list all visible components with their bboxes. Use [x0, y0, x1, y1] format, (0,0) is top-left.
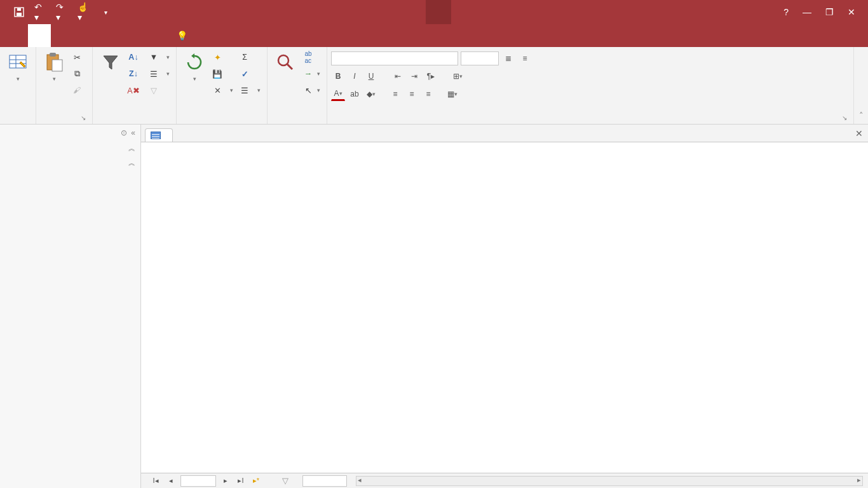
- toggle-filter-button[interactable]: ▽: [146, 83, 172, 98]
- tab-create[interactable]: [51, 24, 74, 47]
- help-icon[interactable]: ?: [783, 7, 789, 17]
- tab-table[interactable]: [142, 24, 165, 47]
- cut-icon: ✂: [72, 52, 82, 62]
- next-record-icon[interactable]: ▸: [220, 477, 231, 485]
- touch-mode-icon[interactable]: ☝ ▾: [78, 6, 90, 18]
- delete-icon: ✕: [212, 85, 222, 95]
- group-clipboard-label: ↘: [40, 120, 88, 124]
- tab-home[interactable]: [28, 24, 51, 47]
- delete-button[interactable]: ✕: [210, 83, 236, 98]
- alt-row-color-icon[interactable]: ▦: [445, 87, 459, 101]
- italic-button[interactable]: I: [348, 69, 362, 83]
- record-position-input[interactable]: [180, 475, 216, 487]
- undo-icon[interactable]: ↶ ▾: [34, 6, 47, 18]
- new-icon: ✦: [212, 52, 222, 62]
- spelling-icon: ✓: [240, 69, 250, 79]
- align-center-icon[interactable]: ≡: [405, 87, 419, 101]
- datasheet-grid[interactable]: [141, 142, 868, 473]
- toggle-filter-icon: ▽: [149, 85, 159, 95]
- numbering-icon[interactable]: ≡: [518, 51, 532, 65]
- redo-icon[interactable]: ↷ ▾: [56, 6, 69, 18]
- descending-button[interactable]: Z↓: [126, 66, 145, 81]
- advanced-icon: ☰: [149, 69, 159, 79]
- no-filter-indicator[interactable]: ▽: [282, 476, 288, 485]
- cut-button[interactable]: ✂: [69, 50, 88, 65]
- document-tabs: ✕: [141, 125, 868, 142]
- tell-me-search[interactable]: 💡: [165, 24, 193, 47]
- svg-rect-9: [52, 60, 62, 71]
- nav-dropdown-icon[interactable]: ⊙: [121, 128, 127, 137]
- advanced-button[interactable]: ☰: [146, 66, 172, 81]
- nav-section-queries[interactable]: ︽: [0, 156, 140, 170]
- group-sort-label: [97, 120, 172, 124]
- more-icon: ☰: [240, 85, 250, 95]
- totals-button[interactable]: Σ: [237, 50, 263, 65]
- save-record-button[interactable]: 💾: [210, 66, 236, 81]
- refresh-label: [193, 74, 196, 83]
- new-record-icon[interactable]: ▸*: [250, 477, 262, 485]
- first-record-icon[interactable]: I◂: [150, 477, 161, 485]
- selection-icon: ▼: [149, 52, 159, 62]
- copy-button[interactable]: ⧉: [69, 66, 88, 81]
- highlight-button[interactable]: ab: [348, 87, 362, 101]
- refresh-all-button[interactable]: [180, 50, 208, 86]
- ribbon: ✂ ⧉ 🖌 ↘ A↓ Z↓ A✖ ▼ ☰ ▽: [0, 47, 868, 125]
- horizontal-scrollbar[interactable]: [356, 476, 863, 486]
- font-name-input[interactable]: [331, 51, 458, 65]
- minimize-icon[interactable]: —: [803, 7, 811, 17]
- bullets-icon[interactable]: ≣: [501, 51, 515, 65]
- tab-external-data[interactable]: [74, 24, 97, 47]
- fill-color-button[interactable]: ◆: [364, 87, 378, 101]
- collapse-ribbon-icon[interactable]: ˄: [859, 111, 864, 120]
- remove-sort-button[interactable]: A✖: [126, 83, 145, 98]
- group-views: [0, 47, 36, 124]
- view-button[interactable]: [4, 50, 32, 86]
- nav-section-tables[interactable]: ︽: [0, 141, 140, 156]
- goto-button[interactable]: →: [301, 66, 323, 81]
- align-left-icon[interactable]: ≡: [388, 87, 402, 101]
- replace-button[interactable]: abac: [301, 50, 323, 65]
- svg-rect-2: [17, 8, 21, 11]
- selection-button[interactable]: ▼: [146, 50, 172, 65]
- gridlines-icon[interactable]: ⊞: [451, 69, 465, 83]
- select-button[interactable]: ↖: [301, 83, 323, 98]
- font-size-input[interactable]: [461, 51, 499, 65]
- close-icon[interactable]: ✕: [848, 7, 855, 17]
- font-color-button[interactable]: A: [331, 87, 345, 101]
- textfmt-launcher-icon[interactable]: ↘: [842, 114, 847, 121]
- spelling-button[interactable]: ✓: [237, 66, 263, 81]
- restore-icon[interactable]: ❐: [825, 7, 834, 17]
- search-box[interactable]: [302, 475, 347, 487]
- group-records-label: [180, 120, 263, 124]
- chevron-up-icon: ︽: [128, 158, 135, 168]
- nav-collapse-icon[interactable]: «: [131, 128, 135, 137]
- save-icon[interactable]: [13, 6, 25, 18]
- more-button[interactable]: ☰: [237, 83, 263, 98]
- close-tab-icon[interactable]: ✕: [855, 128, 863, 139]
- bold-button[interactable]: B: [331, 69, 345, 83]
- decrease-indent-icon[interactable]: ⇤: [391, 69, 405, 83]
- clipboard-launcher-icon[interactable]: ↘: [81, 114, 86, 121]
- tab-database-tools[interactable]: [97, 24, 119, 47]
- ltr-icon[interactable]: ¶▸: [424, 69, 438, 83]
- increase-indent-icon[interactable]: ⇥: [407, 69, 421, 83]
- qat-customize-icon[interactable]: ▾: [99, 6, 112, 18]
- sign-in-link[interactable]: [857, 24, 868, 47]
- underline-button[interactable]: U: [364, 69, 378, 83]
- paste-button[interactable]: [40, 50, 68, 86]
- tab-fields[interactable]: [119, 24, 142, 47]
- bulb-icon: 💡: [177, 30, 187, 41]
- doc-tab-tblpersonaldata[interactable]: [145, 128, 173, 142]
- new-button[interactable]: ✦: [210, 50, 236, 65]
- filter-button[interactable]: [97, 50, 125, 77]
- last-record-icon[interactable]: ▸I: [235, 477, 247, 485]
- nav-header[interactable]: ⊙«: [0, 125, 140, 141]
- format-painter-icon: 🖌: [72, 85, 82, 95]
- tab-file[interactable]: [0, 24, 28, 47]
- find-button[interactable]: [271, 50, 299, 77]
- refresh-icon: [184, 52, 205, 72]
- align-right-icon[interactable]: ≡: [421, 87, 435, 101]
- ascending-button[interactable]: A↓: [126, 50, 145, 65]
- format-painter-button[interactable]: 🖌: [69, 83, 88, 98]
- prev-record-icon[interactable]: ◂: [165, 477, 177, 485]
